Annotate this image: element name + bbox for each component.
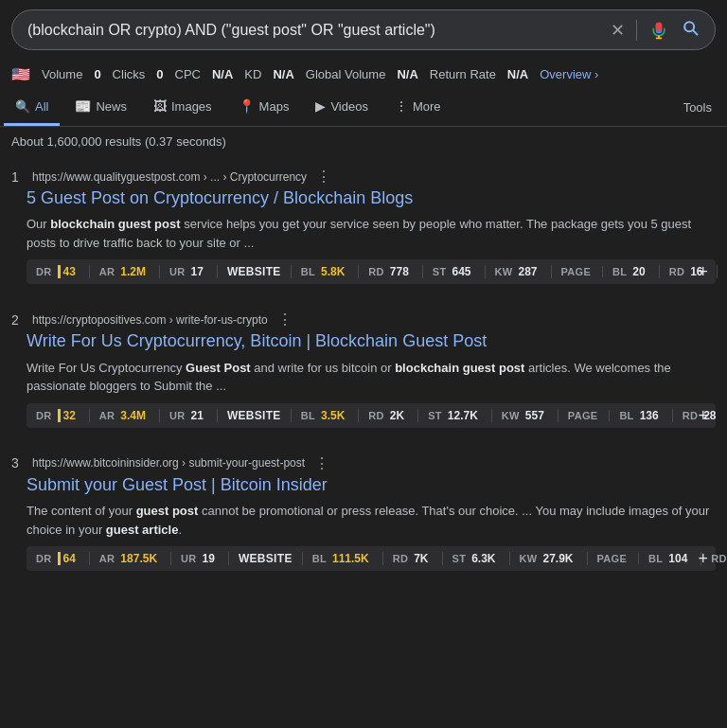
result-url: https://cryptopositives.com › write-for-… <box>32 313 268 327</box>
videos-tab-icon: ▶ <box>315 98 326 114</box>
metric-page-label: PAGE <box>568 410 611 421</box>
result-number: 3 <box>11 455 23 471</box>
global-label: Global Volume <box>306 67 386 81</box>
metric-page-rd: RD 68 <box>711 552 727 565</box>
kd-value: N/A <box>273 67 293 81</box>
result-snippet: Write For Us Cryptocurrency Guest Post a… <box>27 359 716 396</box>
metric-website-label: WEBSITE <box>227 409 292 422</box>
result-item: 1 https://www.qualityguestpost.com › ...… <box>0 156 727 299</box>
metric-rd: RD 2K <box>368 409 418 422</box>
metrics-bar: DR 64 AR 187.5K UR 19 WEBSITE BL 111.5K … <box>27 546 716 571</box>
metric-page-bl: BL 104 <box>648 552 701 565</box>
clicks-value: 0 <box>156 67 163 81</box>
metrics-bar: DR 43 AR 1.2M UR 17 WEBSITE BL 5.8K RD 7… <box>27 259 716 284</box>
metric-page-label: PAGE <box>561 266 604 277</box>
result-item: 2 https://cryptopositives.com › write-fo… <box>0 299 727 442</box>
metric-rd: RD 778 <box>368 265 423 278</box>
metric-dr: DR 43 <box>36 265 90 278</box>
news-tab-icon: 📰 <box>75 98 91 114</box>
more-tab-icon: ⋮ <box>395 98 408 114</box>
tab-more[interactable]: ⋮ More <box>383 89 452 126</box>
result-url-row: 1 https://www.qualityguestpost.com › ...… <box>11 168 716 186</box>
expand-button[interactable]: + <box>698 405 708 425</box>
result-item: 3 https://www.bitcoininsider.org › submi… <box>0 443 727 586</box>
tab-more-label: More <box>413 99 441 114</box>
result-menu-icon[interactable]: ⋮ <box>277 311 293 328</box>
tools-button[interactable]: Tools <box>672 91 723 124</box>
search-query: (blockchain OR crypto) AND ("guest post"… <box>27 22 603 39</box>
metric-st: ST 6.3K <box>452 552 510 565</box>
search-bar[interactable]: (blockchain OR crypto) AND ("guest post"… <box>11 9 716 50</box>
result-menu-icon[interactable]: ⋮ <box>316 168 331 186</box>
metric-bl: BL 111.5K <box>312 552 383 565</box>
metric-ur: UR 21 <box>169 409 218 422</box>
return-label: Return Rate <box>430 67 496 81</box>
maps-tab-icon: 📍 <box>239 98 255 114</box>
tab-news-label: News <box>96 99 127 114</box>
metric-st: ST 12.7K <box>428 409 492 422</box>
return-value: N/A <box>507 67 528 81</box>
metric-ar: AR 3.4M <box>99 409 160 422</box>
result-number: 2 <box>11 312 23 328</box>
divider <box>636 20 637 41</box>
result-url-row: 2 https://cryptopositives.com › write-fo… <box>11 311 716 328</box>
images-tab-icon: 🖼 <box>153 98 167 114</box>
volume-value: 0 <box>94 67 100 81</box>
result-title[interactable]: Submit your Guest Post | Bitcoin Insider <box>27 474 716 496</box>
result-url-row: 3 https://www.bitcoininsider.org › submi… <box>11 454 716 472</box>
all-tab-icon: 🔍 <box>15 99 30 114</box>
volume-label: Volume <box>42 67 82 81</box>
metric-ar: AR 187.5K <box>99 552 171 565</box>
tab-maps[interactable]: 📍 Maps <box>227 89 301 126</box>
result-title[interactable]: 5 Guest Post on Cryptocurrency / Blockch… <box>27 187 716 209</box>
metric-dr: DR 64 <box>36 552 90 565</box>
metric-bl: BL 5.8K <box>301 265 360 278</box>
result-title[interactable]: Write For Us Cryptocurrency, Bitcoin | B… <box>27 330 716 352</box>
flag-icon: 🇺🇸 <box>11 65 30 83</box>
tab-all-label: All <box>35 99 48 114</box>
metric-kw: KW 557 <box>502 409 559 422</box>
result-snippet: Our blockchain guest post service helps … <box>27 215 716 252</box>
cpc-label: CPC <box>175 67 201 81</box>
metric-page-rd: RD 16 <box>669 265 718 278</box>
metric-page-label: PAGE <box>597 553 640 564</box>
search-bar-icons: ✕ <box>611 18 700 42</box>
result-menu-icon[interactable]: ⋮ <box>314 454 329 472</box>
stats-bar: 🇺🇸 Volume 0 Clicks 0 CPC N/A KD N/A Glob… <box>0 60 727 89</box>
metrics-bar: DR 32 AR 3.4M UR 21 WEBSITE BL 3.5K RD 2… <box>27 403 716 428</box>
mic-icon[interactable] <box>648 20 669 41</box>
metric-kw: KW 27.9K <box>520 552 588 565</box>
metric-website-label: WEBSITE <box>227 265 292 278</box>
result-url: https://www.bitcoininsider.org › submit-… <box>32 456 305 470</box>
expand-button[interactable]: + <box>698 549 708 569</box>
metric-website-label: WEBSITE <box>239 552 303 565</box>
results-count: About 1,600,000 results (0.37 seconds) <box>0 127 727 156</box>
metric-ar: AR 1.2M <box>99 265 160 278</box>
tab-news[interactable]: 📰 News <box>63 89 138 126</box>
tab-videos-label: Videos <box>330 99 368 114</box>
tab-images[interactable]: 🖼 Images <box>142 89 223 126</box>
metric-page-bl: BL 20 <box>612 265 660 278</box>
tab-images-label: Images <box>171 99 212 114</box>
result-url: https://www.qualityguestpost.com › ... ›… <box>32 170 307 184</box>
metric-dr: DR 32 <box>36 409 90 422</box>
metric-rd: RD 7K <box>393 552 443 565</box>
metric-bl: BL 3.5K <box>301 409 360 422</box>
metric-kw: KW 287 <box>495 265 552 278</box>
metric-ur: UR 19 <box>181 552 229 565</box>
cpc-value: N/A <box>212 67 233 81</box>
result-snippet: The content of your guest post cannot be… <box>27 502 716 539</box>
tab-maps-label: Maps <box>259 99 290 114</box>
search-button[interactable] <box>681 18 700 42</box>
metric-page-bl: BL 136 <box>619 409 672 422</box>
close-icon[interactable]: ✕ <box>611 20 625 41</box>
result-number: 1 <box>11 169 23 185</box>
tab-bar: 🔍 All 📰 News 🖼 Images 📍 Maps ▶ Videos ⋮ … <box>0 89 727 127</box>
overview-link[interactable]: Overview › <box>540 67 598 81</box>
kd-label: KD <box>244 67 261 81</box>
tab-videos[interactable]: ▶ Videos <box>304 89 380 126</box>
tab-all[interactable]: 🔍 All <box>4 90 60 126</box>
metric-st: ST 645 <box>433 265 486 278</box>
metric-ur: UR 17 <box>169 265 218 278</box>
expand-button[interactable]: + <box>698 262 708 282</box>
